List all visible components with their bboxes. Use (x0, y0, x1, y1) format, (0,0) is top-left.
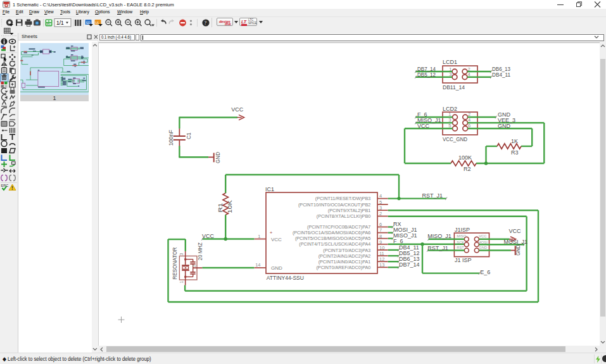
svg-text:SD: SD (86, 21, 91, 25)
svg-text:NFO: NFO (46, 23, 51, 25)
svg-text:?: ? (204, 20, 206, 26)
svg-text:1/1: 1/1 (56, 20, 64, 26)
svg-text:UL: UL (96, 21, 100, 25)
svg-text:ERC: ERC (1, 184, 9, 187)
